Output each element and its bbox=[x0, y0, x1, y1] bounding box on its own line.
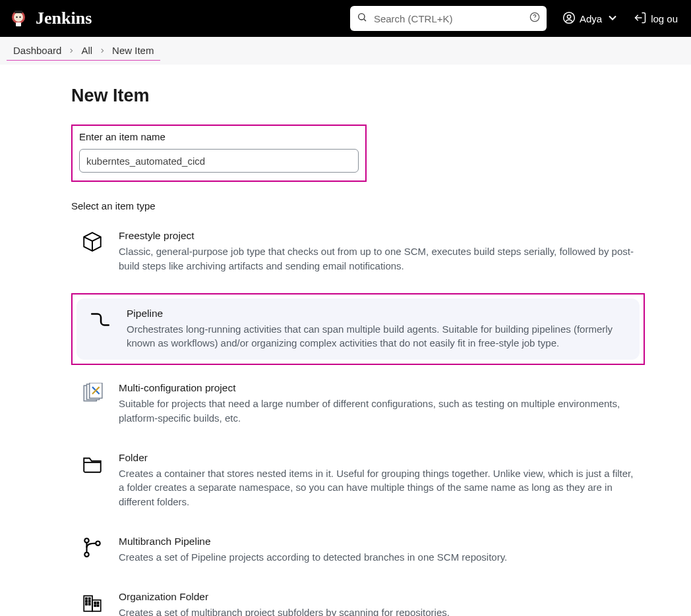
svg-point-11 bbox=[567, 14, 570, 18]
item-type-title: Folder bbox=[119, 452, 636, 464]
item-type-org-folder[interactable]: Organization Folder Creates a set of mul… bbox=[71, 584, 645, 617]
svg-rect-35 bbox=[97, 605, 98, 606]
folder-icon bbox=[80, 452, 104, 476]
item-type-title: Organization Folder bbox=[119, 591, 636, 603]
breadcrumb: Dashboard All New Item bbox=[7, 45, 160, 61]
item-type-desc: Suitable for projects that need a large … bbox=[119, 397, 636, 426]
user-avatar-icon bbox=[562, 11, 576, 26]
logout-icon bbox=[634, 11, 647, 26]
multi-config-icon bbox=[80, 382, 104, 406]
svg-rect-27 bbox=[89, 598, 90, 599]
svg-point-22 bbox=[84, 552, 88, 556]
svg-point-9 bbox=[534, 19, 535, 20]
app-header: Jenkins Adya bbox=[0, 0, 691, 37]
search-box[interactable] bbox=[350, 6, 547, 31]
svg-point-21 bbox=[84, 538, 88, 542]
page-title: New Item bbox=[71, 86, 645, 106]
svg-rect-3 bbox=[16, 22, 21, 26]
svg-rect-32 bbox=[94, 602, 96, 603]
item-type-folder[interactable]: Folder Creates a container that stores n… bbox=[71, 445, 645, 516]
item-type-multibranch[interactable]: Multibranch Pipeline Creates a set of Pi… bbox=[71, 529, 645, 571]
svg-point-23 bbox=[96, 541, 100, 545]
item-name-section: Enter an item name bbox=[71, 125, 367, 182]
svg-rect-34 bbox=[94, 605, 96, 606]
item-type-desc: Classic, general-purpose job type that c… bbox=[119, 244, 636, 273]
breadcrumb-item-new-item[interactable]: New Item bbox=[108, 45, 158, 56]
svg-rect-25 bbox=[92, 600, 101, 611]
svg-rect-26 bbox=[86, 598, 87, 599]
item-type-desc: Orchestrates long-running activities tha… bbox=[127, 322, 628, 351]
jenkins-logo-icon bbox=[8, 8, 29, 29]
svg-line-7 bbox=[364, 19, 366, 21]
logout-label: log ou bbox=[651, 13, 678, 24]
breadcrumb-item-all[interactable]: All bbox=[77, 45, 96, 56]
item-type-desc: Creates a set of Pipeline projects accor… bbox=[119, 550, 636, 565]
breadcrumb-item-dashboard[interactable]: Dashboard bbox=[9, 45, 65, 56]
search-icon bbox=[357, 12, 367, 25]
svg-rect-33 bbox=[97, 602, 98, 603]
svg-rect-2 bbox=[15, 11, 22, 13]
pipeline-icon bbox=[88, 308, 112, 331]
main: New Item Enter an item name Select an it… bbox=[0, 65, 691, 616]
item-type-title: Multibranch Pipeline bbox=[119, 536, 636, 547]
item-type-title: Pipeline bbox=[127, 308, 628, 320]
breadcrumb-sep bbox=[65, 45, 77, 56]
svg-rect-29 bbox=[89, 600, 90, 602]
svg-point-1 bbox=[14, 13, 23, 22]
svg-rect-30 bbox=[86, 603, 87, 605]
item-type-section-label: Select an item type bbox=[71, 200, 645, 211]
svg-point-5 bbox=[19, 16, 20, 18]
item-name-label: Enter an item name bbox=[79, 131, 359, 142]
item-type-pipeline[interactable]: Pipeline Orchestrates long-running activ… bbox=[71, 293, 645, 366]
item-type-title: Multi-configuration project bbox=[119, 382, 636, 394]
svg-point-4 bbox=[16, 16, 17, 18]
user-name: Adya bbox=[580, 13, 602, 24]
breadcrumb-bar: Dashboard All New Item bbox=[0, 37, 691, 65]
org-folder-icon bbox=[80, 591, 104, 615]
svg-rect-31 bbox=[89, 603, 90, 605]
item-type-multi-config[interactable]: Multi-configuration project Suitable for… bbox=[71, 376, 645, 432]
chevron-down-icon bbox=[606, 11, 619, 26]
brand-name: Jenkins bbox=[36, 9, 92, 28]
item-type-desc: Creates a set of multibranch project sub… bbox=[119, 605, 636, 617]
logo[interactable]: Jenkins bbox=[8, 8, 92, 29]
branch-icon bbox=[80, 536, 104, 559]
search-input[interactable] bbox=[374, 13, 523, 24]
help-icon[interactable] bbox=[529, 12, 540, 25]
item-name-input[interactable] bbox=[79, 149, 359, 173]
breadcrumb-sep bbox=[96, 45, 108, 56]
logout-link[interactable]: log ou bbox=[634, 11, 678, 26]
item-type-freestyle[interactable]: Freestyle project Classic, general-purpo… bbox=[71, 223, 645, 280]
item-type-title: Freestyle project bbox=[119, 230, 636, 242]
svg-point-6 bbox=[359, 14, 365, 20]
box-icon bbox=[80, 230, 104, 254]
user-menu[interactable]: Adya bbox=[562, 11, 619, 26]
item-type-desc: Creates a container that stores nested i… bbox=[119, 466, 636, 509]
svg-rect-28 bbox=[86, 600, 87, 602]
